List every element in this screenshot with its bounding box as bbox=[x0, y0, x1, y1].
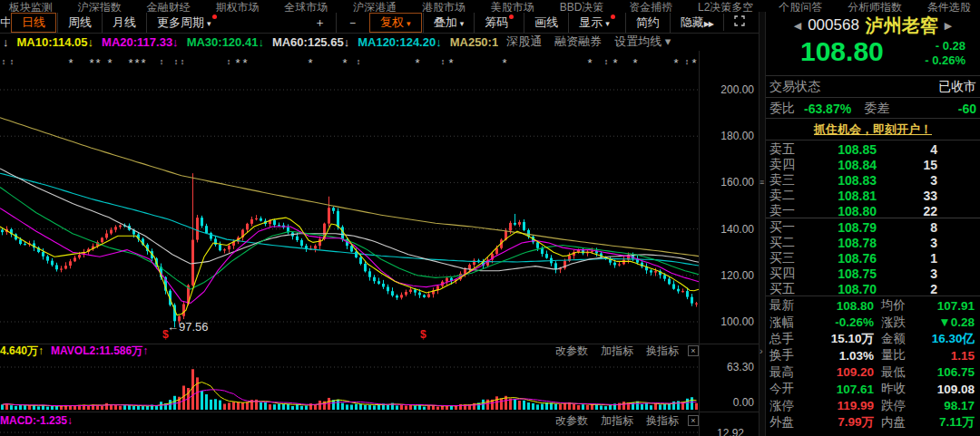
quote-panel: ◀ 000568 泸州老窖 ▶ 108.80 - 0.28 - 0.26% 交易… bbox=[766, 12, 980, 436]
macd-add-indicator[interactable]: 加指标 bbox=[601, 413, 633, 429]
stats-row: 涨幅-0.26%涨跌▼0.28 bbox=[769, 314, 976, 330]
top-menu-item[interactable]: 美股市场 bbox=[491, 0, 534, 12]
event-marker-icon: * bbox=[89, 56, 93, 70]
ma-value-label: MA20:117.33↓ bbox=[102, 35, 179, 49]
top-menu-item[interactable]: 金融财经 bbox=[147, 0, 191, 12]
stats-grid: 最新108.80均价107.91涨幅-0.26%涨跌▼0.28总手15.10万金… bbox=[769, 297, 976, 431]
event-marker-icon: ↕ bbox=[357, 57, 361, 66]
buy-order-row[interactable]: 买五108.702 bbox=[769, 281, 976, 296]
event-marker-icon: * bbox=[502, 56, 506, 70]
notification-dot bbox=[509, 15, 514, 19]
macd-close-icon[interactable]: × bbox=[688, 415, 699, 426]
toolbar-button-筹码[interactable]: 筹码 bbox=[474, 13, 524, 33]
mavol1-label: 4.640万↑ bbox=[0, 344, 44, 359]
top-menu-item[interactable]: L2决策多空 bbox=[698, 0, 753, 12]
toolbar-button-－[interactable]: － bbox=[336, 13, 368, 33]
sell-order-row[interactable]: 卖一108.8022 bbox=[769, 203, 976, 218]
toolbar-button-周线[interactable]: 周线 bbox=[57, 13, 102, 33]
chart-link-融资融券[interactable]: 融资融券 bbox=[554, 34, 602, 50]
event-marker-icon: ↕ bbox=[181, 57, 185, 66]
ma-line-MA10 bbox=[0, 218, 699, 315]
event-marker-icon: * bbox=[632, 56, 637, 70]
buy-order-row[interactable]: 买三108.761 bbox=[769, 250, 976, 266]
sell-order-row[interactable]: 卖五108.854 bbox=[769, 141, 976, 157]
weibi-row: 委比 -63.87% 委差 -60 bbox=[769, 99, 976, 118]
buy-order-row[interactable]: 买二108.783 bbox=[769, 235, 976, 250]
toolbar-button-显示[interactable]: 显示▾ bbox=[568, 13, 625, 33]
y-axis-label: 120.00 bbox=[720, 269, 754, 282]
ma-value-label: MA120:124.20↓ bbox=[358, 35, 442, 49]
divider-grip-icon[interactable]: ≡ bbox=[760, 178, 764, 187]
event-marker-icon: * bbox=[415, 56, 419, 70]
divider-arrow-icon[interactable]: › bbox=[760, 345, 763, 356]
chart-link-深股通[interactable]: 深股通 bbox=[506, 34, 542, 50]
top-menu-item[interactable]: 个股问答 bbox=[779, 0, 822, 12]
mavol-line bbox=[3, 383, 697, 406]
buy-order-row[interactable]: 买四108.753 bbox=[769, 266, 976, 281]
vol-switch-indicator[interactable]: 换指标 bbox=[646, 344, 679, 359]
vol-close-icon[interactable]: × bbox=[688, 345, 699, 356]
sell-order-row[interactable]: 卖四108.8415 bbox=[769, 157, 976, 172]
event-marker-icon: * bbox=[612, 56, 617, 70]
toolbar-button-隐藏[interactable]: 隐藏▶▶ bbox=[670, 13, 723, 33]
next-stock-icon[interactable]: ▶ bbox=[945, 20, 952, 32]
buy-order-row[interactable]: 买一108.798 bbox=[769, 219, 976, 235]
macd-switch-indicator[interactable]: 换指标 bbox=[646, 413, 679, 429]
mavol2-label: MAVOL2:11.586万↑ bbox=[51, 344, 148, 359]
open-account-ad-link[interactable]: 抓住机会，即刻开户！ bbox=[766, 121, 980, 138]
top-menu-item[interactable]: 沪深港通 bbox=[353, 0, 397, 12]
event-marker-icon: * bbox=[235, 56, 240, 70]
macd-pane-header: MACD:-1.235↓ 改参数 加指标 换指标 × bbox=[0, 413, 699, 428]
trade-status-value: 已收市 bbox=[938, 79, 976, 95]
toolbar-button-画线[interactable]: 画线 bbox=[524, 13, 568, 33]
top-menu-item[interactable]: 期权市场 bbox=[215, 0, 259, 12]
clipped-menu-item[interactable]: 中 bbox=[0, 15, 10, 31]
sell-order-row[interactable]: 卖三108.833 bbox=[769, 172, 976, 188]
stats-row: 总手15.10万金额16.30亿 bbox=[769, 331, 976, 347]
event-marker-icon: * bbox=[95, 56, 100, 70]
top-menu-item[interactable]: 港股市场 bbox=[422, 0, 466, 12]
vol-add-indicator[interactable]: 加指标 bbox=[601, 344, 633, 359]
y-axis-label: 180.00 bbox=[720, 130, 754, 142]
toolbar-button-更多周期[interactable]: 更多周期▾ bbox=[146, 13, 227, 33]
toolbar-button-＋[interactable]: ＋ bbox=[304, 13, 336, 33]
y-axis-label: 160.00 bbox=[720, 176, 754, 189]
top-menu-item[interactable]: 沪深指数 bbox=[78, 0, 122, 12]
volume-axis-label: 0.00 bbox=[733, 396, 755, 409]
y-axis-label: 200.00 bbox=[720, 83, 754, 96]
top-menu-item[interactable]: 全球市场 bbox=[284, 0, 328, 12]
sell-order-row[interactable]: 卖二108.8133 bbox=[769, 188, 976, 203]
candlestick-chart[interactable]: 200.00180.00160.00140.00120.00100.0063.3… bbox=[0, 51, 760, 436]
event-marker-icon: ↕ bbox=[160, 57, 164, 66]
prev-stock-icon[interactable]: ◀ bbox=[794, 20, 801, 32]
vol-change-params[interactable]: 改参数 bbox=[555, 344, 588, 359]
top-menu-item[interactable]: 分析师指数 bbox=[848, 0, 902, 12]
top-menu-item[interactable]: 资金捕捞 bbox=[629, 0, 672, 12]
volume-pane-header: 4.640万↑ MAVOL2:11.586万↑ 改参数 加指标 换指标 × bbox=[0, 344, 699, 358]
toolbar-button-expand[interactable] bbox=[723, 14, 755, 31]
event-marker-icon: * bbox=[68, 56, 73, 70]
event-marker-icon: ↕ bbox=[227, 57, 231, 66]
top-menu-item[interactable]: 条件选股 bbox=[927, 0, 971, 12]
trade-status-row: 交易状态 已收市 bbox=[769, 77, 976, 97]
top-menu-item[interactable]: BBD决策 bbox=[560, 0, 604, 12]
ma-value-label: MA250:1 bbox=[450, 35, 498, 49]
trading-terminal: 板块监测沪深指数金融财经期权市场全球市场沪深港通港股市场美股市场BBD决策资金捕… bbox=[0, 0, 980, 436]
toolbar-button-月线[interactable]: 月线 bbox=[102, 13, 146, 33]
y-axis-label: 140.00 bbox=[720, 223, 754, 236]
ma-line-MA20 bbox=[0, 208, 699, 304]
toolbar-button-叠加[interactable]: 叠加▾ bbox=[423, 13, 475, 33]
chart-link-设置均线[interactable]: 设置均线 ▾ bbox=[614, 34, 671, 50]
notification-dot bbox=[212, 15, 217, 19]
panel-divider[interactable] bbox=[759, 12, 766, 436]
notification-dot bbox=[611, 15, 615, 19]
toolbar-button-日线[interactable]: 日线 bbox=[11, 13, 56, 33]
macd-change-params[interactable]: 改参数 bbox=[555, 413, 588, 429]
event-marker-icon: ↕ bbox=[441, 57, 446, 66]
event-marker-icon: * bbox=[308, 56, 312, 70]
toolbar-button-复权[interactable]: 复权▾ bbox=[369, 13, 422, 33]
top-menu-item[interactable]: 板块监测 bbox=[9, 0, 53, 12]
stats-row: 外盘7.99万内盘7.11万 bbox=[769, 414, 976, 431]
sell-orders: 卖五108.854卖四108.8415卖三108.833卖二108.8133卖一… bbox=[769, 141, 976, 218]
toolbar-button-简约[interactable]: 简约 bbox=[625, 13, 670, 33]
